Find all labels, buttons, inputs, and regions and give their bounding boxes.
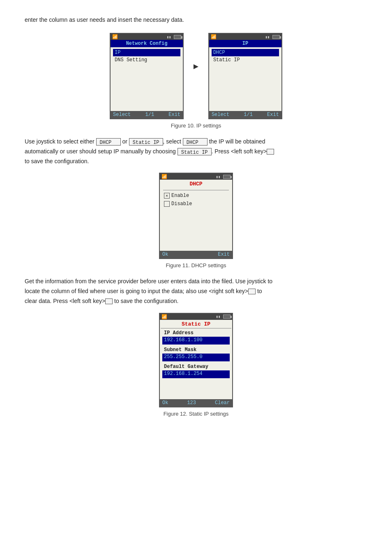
- dns-setting-menu-item[interactable]: DNS Setting: [113, 56, 180, 64]
- footer-page: 1/1: [145, 112, 154, 118]
- enable-checkbox-item[interactable]: ✕ Enable: [162, 192, 230, 199]
- antenna-icon2: 📶: [211, 34, 217, 39]
- left-soft-key-square2: [105, 298, 113, 304]
- figure12-group: 📶 ▮▮ Static IP IP Address 192.168.1.100 …: [159, 313, 233, 407]
- ip-menu-item[interactable]: IP: [113, 49, 180, 56]
- figure12-container: 📶 ▮▮ Static IP IP Address 192.168.1.100 …: [25, 313, 367, 407]
- footer-exit[interactable]: Exit: [168, 112, 180, 118]
- battery-area: ▮▮: [167, 35, 181, 39]
- paragraph1: Use joystick to select either DHCP or St…: [25, 137, 367, 166]
- dhcp-select-bracket: DHCP: [183, 138, 208, 146]
- separator1: [163, 190, 229, 190]
- ip-options-footer: Select 1/1 Exit: [209, 111, 281, 118]
- dhcp-bracket: DHCP: [96, 138, 121, 146]
- paragraph2: Get the information from the service pro…: [25, 277, 367, 306]
- ip-options-screen: 📶 ▮▮ IP DHCP Static IP Select 1/1 Exit: [208, 33, 282, 119]
- dhcp-screen: 📶 ▮▮ DHCP ✕ Enable Disable: [159, 173, 233, 259]
- battery-area3: ▮▮: [216, 174, 231, 179]
- left-soft-key-square: [267, 149, 274, 155]
- network-config-footer: Select 1/1 Exit: [111, 111, 183, 118]
- ip-options-body: DHCP Static IP: [209, 47, 281, 65]
- network-config-screen: 📶 ▮▮ Network Config IP DNS Setting Selec…: [110, 33, 184, 119]
- subnet-mask-value[interactable]: 255.255.255.0: [162, 354, 230, 361]
- enable-checkbox[interactable]: ✕: [164, 193, 170, 199]
- battery-icon4: [223, 314, 231, 319]
- figure11-caption: Figure 11. DHCP settings: [25, 262, 367, 268]
- subnet-mask-label: Subnet Mask: [162, 346, 230, 354]
- static-ip-bracket: Static IP: [129, 138, 163, 146]
- antenna-icon3: 📶: [161, 174, 167, 179]
- network-config-body: IP DNS Setting: [111, 47, 183, 65]
- antenna-icon: 📶: [112, 34, 118, 39]
- battery-icon2: [272, 35, 280, 39]
- footer-ok2[interactable]: Ok: [162, 400, 168, 406]
- battery-area4: ▮▮: [216, 314, 231, 319]
- footer-123: 123: [187, 400, 196, 406]
- dhcp-body: ✕ Enable Disable: [160, 188, 232, 209]
- static-ip-choose-bracket: Static IP: [178, 148, 212, 155]
- footer-ok[interactable]: Ok: [162, 252, 168, 257]
- ip-address-label: IP Address: [162, 329, 230, 337]
- screen-topbar: 📶 ▮▮: [111, 34, 183, 40]
- disable-label: Disable: [171, 201, 192, 207]
- figure11-container: 📶 ▮▮ DHCP ✕ Enable Disable: [25, 173, 367, 259]
- static-ip-menu-item[interactable]: Static IP: [212, 56, 279, 64]
- static-ip-topbar: 📶 ▮▮: [160, 314, 232, 320]
- dhcp-menu-item[interactable]: DHCP: [212, 49, 279, 56]
- footer-select2[interactable]: Select: [212, 112, 229, 118]
- arrow-connector: ►: [192, 62, 200, 71]
- dhcp-footer: Ok Exit: [160, 251, 232, 258]
- figure10-container: 📶 ▮▮ Network Config IP DNS Setting Selec…: [25, 33, 367, 119]
- dhcp-topbar: 📶 ▮▮: [160, 173, 232, 180]
- disable-checkbox[interactable]: [164, 201, 170, 207]
- right-soft-key-square: [248, 289, 256, 294]
- battery-icon3: [223, 175, 231, 179]
- static-ip-title: Static IP: [162, 321, 230, 327]
- footer-exit3[interactable]: Exit: [218, 252, 230, 257]
- disable-checkbox-item[interactable]: Disable: [162, 200, 230, 208]
- battery-area2: ▮▮: [265, 35, 279, 39]
- antenna-icon4: 📶: [161, 314, 167, 319]
- static-ip-footer: Ok 123 Clear: [160, 399, 232, 407]
- figure10-left-group: 📶 ▮▮ Network Config IP DNS Setting Selec…: [110, 33, 184, 119]
- static-ip-screen: 📶 ▮▮ Static IP IP Address 192.168.1.100 …: [159, 313, 233, 407]
- footer-exit2[interactable]: Exit: [267, 112, 279, 118]
- static-ip-title-area: Static IP: [160, 320, 232, 328]
- ip-options-title: IP: [209, 40, 281, 47]
- static-ip-body: IP Address 192.168.1.100 Subnet Mask 255…: [160, 328, 232, 379]
- default-gateway-label: Default Gateway: [162, 363, 230, 370]
- network-config-title: Network Config: [111, 40, 183, 47]
- battery-icon: [174, 35, 181, 39]
- figure10-right-group: 📶 ▮▮ IP DHCP Static IP Select 1/1 Exit: [208, 33, 282, 119]
- figure11-group: 📶 ▮▮ DHCP ✕ Enable Disable: [159, 173, 233, 259]
- intro-text: enter the column as user needs and inser…: [25, 16, 367, 23]
- enable-label: Enable: [171, 193, 189, 199]
- ip-address-value[interactable]: 192.168.1.100: [162, 337, 230, 345]
- footer-select[interactable]: Select: [113, 112, 131, 118]
- figure12-caption: Figure 12. Static IP settings: [25, 411, 367, 417]
- default-gateway-value[interactable]: 192.168.1.254: [162, 370, 230, 378]
- dhcp-title-area: DHCP: [160, 180, 232, 188]
- figure10-caption: Figure 10. IP settings: [25, 123, 367, 129]
- footer-clear[interactable]: Clear: [215, 400, 230, 406]
- screen-topbar2: 📶 ▮▮: [209, 34, 281, 40]
- footer-page2: 1/1: [244, 112, 253, 118]
- dhcp-title: DHCP: [162, 181, 230, 187]
